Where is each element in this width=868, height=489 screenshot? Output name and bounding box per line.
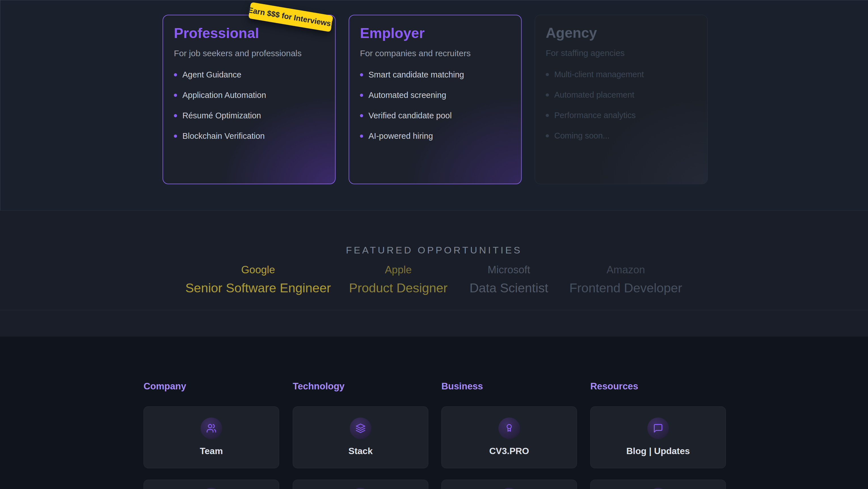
job-title: Frontend Developer xyxy=(569,280,682,296)
plan-feature-list: Agent Guidance Application Automation Ré… xyxy=(174,69,324,141)
spacer-band xyxy=(0,310,868,337)
plan-feature-label: Application Automation xyxy=(182,90,266,100)
job-title: Senior Software Engineer xyxy=(186,280,331,296)
award-icon xyxy=(498,418,520,439)
bullet-dot-icon xyxy=(546,73,549,76)
footer-tile-team[interactable]: Team xyxy=(144,406,279,468)
plan-feature-label: Blockchain Verification xyxy=(182,131,265,141)
footer-column-heading: Technology xyxy=(293,381,428,392)
footer-tile-label: Stack xyxy=(293,445,428,456)
bullet-dot-icon xyxy=(360,114,363,117)
footer-column-resources: Resources Blog | Updates xyxy=(590,381,726,489)
bullet-dot-icon xyxy=(174,73,177,76)
plan-feature: Multi-client management xyxy=(546,69,697,80)
bullet-dot-icon xyxy=(546,114,549,117)
plan-feature: Agent Guidance xyxy=(174,69,324,80)
footer-column-company: Company Team xyxy=(144,381,279,489)
footer-tile-partial-icon xyxy=(200,488,222,489)
footer-tile-partial-icon xyxy=(647,488,669,489)
plan-feature-label: Coming soon... xyxy=(554,131,610,141)
footer-tile-label: CV3.PRO xyxy=(442,445,577,456)
plan-feature-label: Automated placement xyxy=(554,90,634,100)
footer-column-technology: Technology Stack xyxy=(293,381,428,489)
footer-tile-partial[interactable] xyxy=(293,480,428,489)
plan-feature: Automated placement xyxy=(546,90,697,100)
bullet-dot-icon xyxy=(546,134,549,137)
job-company: Apple xyxy=(349,264,447,276)
bullet-dot-icon xyxy=(360,135,363,138)
job-title: Data Scientist xyxy=(469,280,548,296)
footer-column-heading: Business xyxy=(441,381,577,392)
plan-feature-label: Multi-client management xyxy=(554,69,644,80)
plan-title: Professional xyxy=(174,25,324,41)
plan-description: For companies and recruiters xyxy=(360,48,510,58)
layers-icon xyxy=(350,418,371,439)
plan-card-employer[interactable]: Employer For companies and recruiters Sm… xyxy=(349,15,522,184)
bullet-dot-icon xyxy=(174,114,177,117)
plan-title: Agency xyxy=(546,25,697,41)
featured-job-google[interactable]: Google Senior Software Engineer xyxy=(186,264,331,296)
job-title: Product Designer xyxy=(349,280,447,296)
featured-job-amazon[interactable]: Amazon Frontend Developer xyxy=(569,264,682,296)
bullet-dot-icon xyxy=(360,73,363,76)
footer-column-heading: Resources xyxy=(590,381,726,392)
bullet-dot-icon xyxy=(360,94,363,97)
featured-job-microsoft[interactable]: Microsoft Data Scientist xyxy=(469,264,548,296)
bullet-dot-icon xyxy=(546,93,549,96)
plan-feature-label: Agent Guidance xyxy=(182,69,241,80)
job-company: Amazon xyxy=(569,264,682,276)
footer-column-business: Business CV3.PRO xyxy=(441,381,577,489)
plan-feature-label: AI-powered hiring xyxy=(369,131,433,141)
footer-tile-cv3pro[interactable]: CV3.PRO xyxy=(441,406,577,468)
plan-feature: Blockchain Verification xyxy=(174,131,324,141)
bullet-dot-icon xyxy=(174,94,177,97)
job-company: Google xyxy=(186,264,331,276)
footer-column-heading: Company xyxy=(144,381,279,392)
plans-section: Professional For job seekers and profess… xyxy=(0,0,868,210)
footer-tile-stack[interactable]: Stack xyxy=(293,406,428,468)
plan-description: For staffing agencies xyxy=(546,48,697,58)
footer-tile-partial[interactable] xyxy=(441,480,577,489)
plan-title: Employer xyxy=(360,25,510,41)
plan-feature-label: Résumé Optimization xyxy=(182,110,261,121)
plan-feature-list: Smart candidate matching Automated scree… xyxy=(360,69,510,141)
footer-tile-label: Team xyxy=(144,445,279,456)
featured-job-apple[interactable]: Apple Product Designer xyxy=(349,264,447,296)
page: Professional For job seekers and profess… xyxy=(0,0,868,489)
footer-tile-partial[interactable] xyxy=(590,480,726,489)
plan-card-agency-disabled: Agency For staffing agencies Multi-clien… xyxy=(535,15,708,184)
plan-feature-label: Smart candidate matching xyxy=(369,69,464,80)
plan-feature: Coming soon... xyxy=(546,131,697,141)
footer-tile-partial[interactable] xyxy=(144,480,279,489)
footer-tile-partial-icon xyxy=(498,488,520,489)
plan-feature-label: Verified candidate pool xyxy=(369,110,452,121)
footer-tile-partial-icon xyxy=(350,488,371,489)
plan-feature: Automated screening xyxy=(360,90,510,100)
job-company: Microsoft xyxy=(469,264,548,276)
featured-opportunities-section: FEATURED OPPORTUNITIES Google Senior Sof… xyxy=(0,210,868,310)
plan-feature: Application Automation xyxy=(174,90,324,100)
plan-feature-label: Performance analytics xyxy=(554,110,636,120)
plan-feature: Performance analytics xyxy=(546,110,697,120)
plan-feature: AI-powered hiring xyxy=(360,131,510,141)
footer-tile-label: Blog | Updates xyxy=(591,445,725,456)
plan-card-professional[interactable]: Professional For job seekers and profess… xyxy=(162,15,336,184)
plan-feature: Résumé Optimization xyxy=(174,110,324,121)
plan-feature: Verified candidate pool xyxy=(360,110,510,121)
plan-feature-list: Multi-client management Automated placem… xyxy=(546,69,697,141)
footer: Company Team Technology Stack xyxy=(0,337,868,489)
featured-heading: FEATURED OPPORTUNITIES xyxy=(0,244,868,256)
plan-feature-label: Automated screening xyxy=(369,90,446,100)
bullet-dot-icon xyxy=(174,135,177,138)
footer-tile-blog[interactable]: Blog | Updates xyxy=(590,406,726,468)
plan-feature: Smart candidate matching xyxy=(360,69,510,80)
plan-description: For job seekers and professionals xyxy=(174,48,324,58)
users-icon xyxy=(200,418,222,439)
speech-bubble-icon xyxy=(647,418,669,439)
